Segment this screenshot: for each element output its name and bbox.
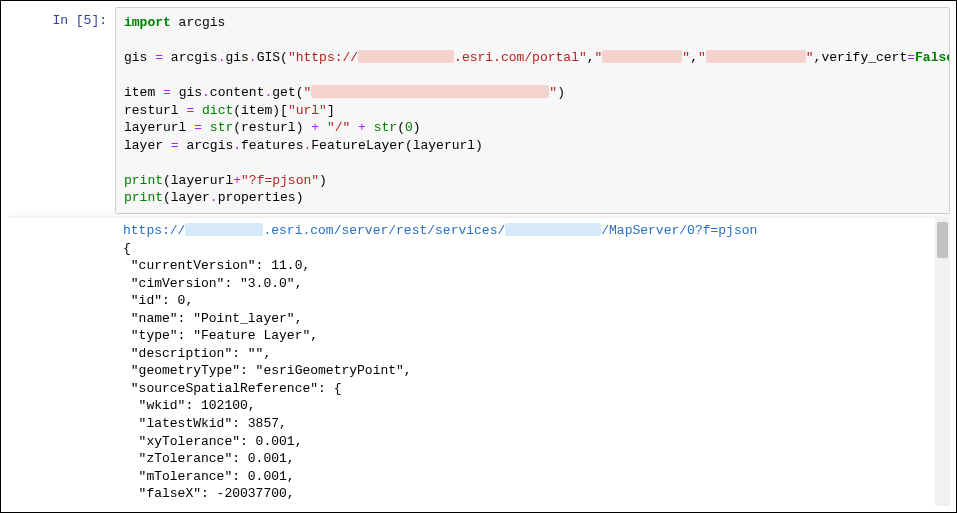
code-input-area[interactable]: import arcgis gis = arcgis.gis.GIS("http…	[115, 7, 950, 214]
output-prompt-column	[7, 218, 115, 506]
prompt-column: In [5]:	[7, 7, 115, 214]
notebook-container: In [5]: import arcgis gis = arcgis.gis.G…	[7, 7, 950, 506]
redacted-hostname	[358, 50, 454, 63]
output-url-pre: https://	[123, 223, 185, 238]
output-json: { "currentVersion": 11.0, "cimVersion": …	[123, 241, 412, 506]
redacted-output-host	[185, 223, 263, 236]
output-area[interactable]: https://.esri.com/server/rest/services//…	[115, 218, 935, 506]
redacted-password	[706, 50, 806, 63]
redacted-output-service	[505, 223, 601, 236]
input-prompt: In [5]:	[52, 13, 107, 28]
output-cell: https://.esri.com/server/rest/services//…	[7, 218, 950, 506]
output-url-post: /MapServer/0?f=pjson	[601, 223, 757, 238]
redacted-username	[602, 50, 682, 63]
output-url-mid: .esri.com/server/rest/services/	[263, 223, 505, 238]
redacted-item-id	[311, 85, 549, 98]
scroll-thumb[interactable]	[937, 222, 948, 258]
output-scrollbar[interactable]	[935, 218, 950, 506]
input-cell: In [5]: import arcgis gis = arcgis.gis.G…	[7, 7, 950, 214]
